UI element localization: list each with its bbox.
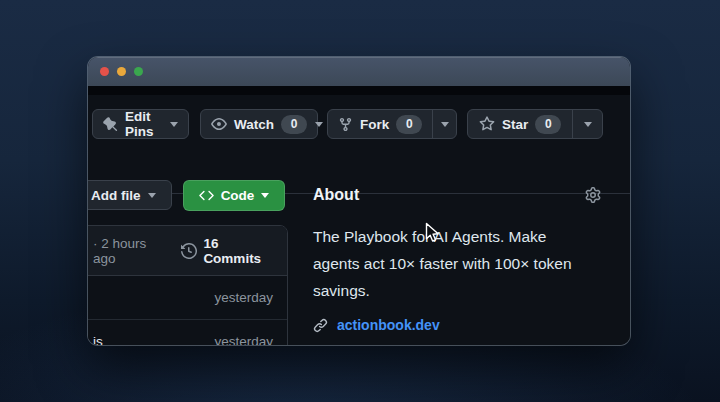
commit-time: · 2 hours ago [93,236,165,266]
code-label: Code [221,188,255,203]
browser-chrome-strip [88,86,630,95]
chevron-down-icon [170,122,178,127]
watch-count-badge: 0 [281,115,307,134]
file-date: yesterday [214,334,273,346]
github-repo-page: Edit Pins Watch 0 Fork 0 [88,95,630,345]
star-button-group: Star 0 [467,109,603,139]
minimize-window-button[interactable] [117,67,126,76]
star-count-badge: 0 [535,115,561,134]
add-file-button[interactable]: Add file [88,180,172,210]
fork-icon [338,117,353,132]
fork-dropdown-button[interactable] [432,110,456,138]
chevron-down-icon [261,193,269,198]
fork-button-group: Fork 0 [327,109,457,139]
app-window: Edit Pins Watch 0 Fork 0 [88,57,630,345]
zoom-window-button[interactable] [134,67,143,76]
chevron-down-icon [148,193,156,198]
fork-button[interactable]: Fork 0 [328,115,432,134]
eye-icon [211,116,227,132]
watch-button[interactable]: Watch 0 [200,109,318,139]
chevron-down-icon [441,122,449,127]
code-icon [199,188,214,203]
about-title: About [313,186,359,204]
file-date: yesterday [214,290,273,305]
table-row[interactable]: yesterday [88,276,287,319]
close-window-button[interactable] [100,67,109,76]
watch-label: Watch [234,117,274,132]
star-button[interactable]: Star 0 [468,115,572,134]
about-description: The Playbook for AI Agents. Make agents … [313,223,601,304]
latest-commit-bar[interactable]: · 2 hours ago 16 Commits [88,226,287,276]
star-dropdown-button[interactable] [572,110,602,138]
pin-icon [103,117,118,132]
history-icon [181,243,197,259]
code-button[interactable]: Code [183,180,285,211]
commits-count-link[interactable]: 16 Commits [203,236,273,266]
chevron-down-icon [315,122,323,127]
about-section: About The Playbook for AI Agents. Make a… [313,184,601,333]
star-label: Star [502,117,528,132]
star-icon [479,116,495,132]
link-icon [313,318,328,333]
edit-pins-button[interactable]: Edit Pins [92,109,189,139]
edit-pins-label: Edit Pins [125,109,163,139]
file-name[interactable]: is [93,334,103,346]
chevron-down-icon [584,122,592,127]
website-link[interactable]: actionbook.dev [337,317,440,333]
fork-count-badge: 0 [396,115,422,134]
table-row[interactable]: is yesterday [88,319,287,345]
file-table: · 2 hours ago 16 Commits yesterday is ye… [88,225,288,345]
macos-titlebar[interactable] [88,57,630,86]
add-file-label: Add file [91,188,141,203]
gear-icon[interactable] [585,187,601,203]
fork-label: Fork [360,117,389,132]
